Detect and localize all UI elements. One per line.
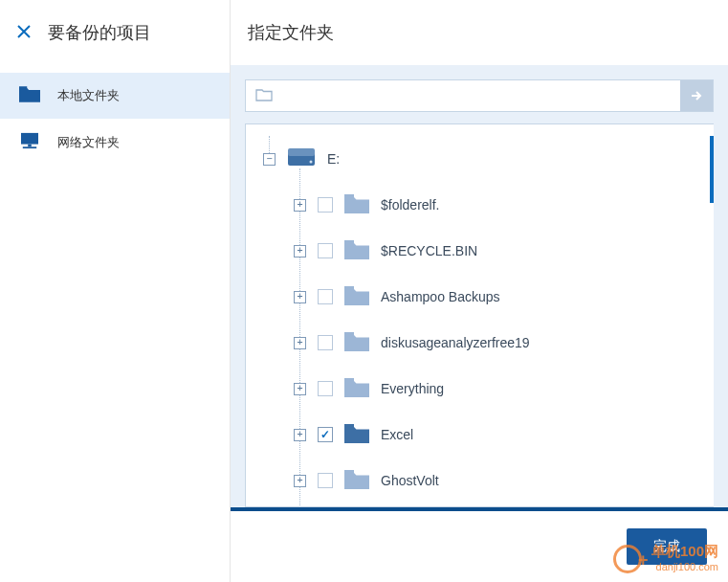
folder-label: GhostVolt [381,473,439,488]
folder-icon [344,194,381,216]
svg-rect-2 [28,145,32,147]
tree-row[interactable]: +Ashampoo Backups [263,274,714,320]
expand-toggle[interactable]: + [294,475,306,487]
svg-rect-10 [344,332,354,336]
svg-rect-0 [19,86,27,89]
folder-label: Everything [381,381,444,396]
path-bar [245,79,714,112]
expand-toggle[interactable]: + [294,199,306,212]
tree-row[interactable]: +IDSI [263,504,714,507]
sidebar-title: 要备份的项目 [48,21,151,44]
network-folder-icon [19,132,40,152]
close-icon[interactable] [17,23,31,43]
folder-icon [344,240,381,262]
folder-checkbox[interactable] [318,473,333,488]
svg-rect-13 [344,470,354,474]
svg-rect-8 [344,240,354,244]
folder-icon [19,86,40,105]
collapse-toggle[interactable]: − [263,153,276,166]
expand-toggle[interactable]: + [294,245,306,257]
expand-toggle[interactable]: + [294,429,306,441]
svg-rect-3 [23,146,36,148]
folder-label: Excel [381,427,413,442]
go-button[interactable] [680,80,713,111]
sidebar-item-label: 本地文件夹 [57,87,120,104]
folder-label: Ashampoo Backups [381,289,500,304]
tree-row[interactable]: +diskusageanalyzerfree19 [263,320,714,366]
tree-row[interactable]: +GhostVolt [263,458,714,504]
expand-toggle[interactable]: + [294,383,306,395]
folder-checkbox[interactable] [318,289,333,304]
tree-row[interactable]: +Everything [263,366,714,412]
drive-label[interactable]: E: [327,151,340,167]
drive-icon [287,147,327,171]
sidebar-item-label: 网络文件夹 [57,134,120,151]
folder-label: $RECYCLE.BIN [381,243,477,258]
folder-checkbox[interactable] [318,381,333,396]
folder-checkbox[interactable] [318,197,333,213]
folder-label: diskusageanalyzerfree19 [381,335,530,350]
sidebar-item-network-folder[interactable]: 网络文件夹 [0,119,230,166]
folder-label: $folderelf. [381,197,439,213]
tree-row[interactable]: +Excel [263,412,714,458]
done-button[interactable]: 完成 [627,528,707,565]
folder-icon [344,378,381,400]
tree-row[interactable]: +$RECYCLE.BIN [263,228,714,274]
folder-icon [344,332,381,354]
svg-rect-1 [21,133,38,145]
svg-rect-12 [344,424,354,428]
folder-icon [344,424,381,446]
svg-point-6 [310,160,313,163]
tree-row[interactable]: +$folderelf. [263,182,714,228]
folder-checkbox[interactable] [318,335,333,350]
folder-checkbox[interactable] [318,243,333,258]
page-title: 指定文件夹 [248,23,334,42]
svg-rect-9 [344,286,354,290]
expand-toggle[interactable]: + [294,291,306,303]
svg-rect-7 [344,194,354,198]
folder-checkbox[interactable] [318,427,333,442]
svg-rect-11 [344,378,354,382]
sidebar-item-local-folder[interactable]: 本地文件夹 [0,73,230,119]
folder-outline-icon [255,88,273,104]
folder-icon [344,470,381,492]
expand-toggle[interactable]: + [294,337,306,349]
folder-icon [344,286,381,308]
path-input[interactable] [280,89,671,103]
svg-rect-5 [288,148,315,156]
